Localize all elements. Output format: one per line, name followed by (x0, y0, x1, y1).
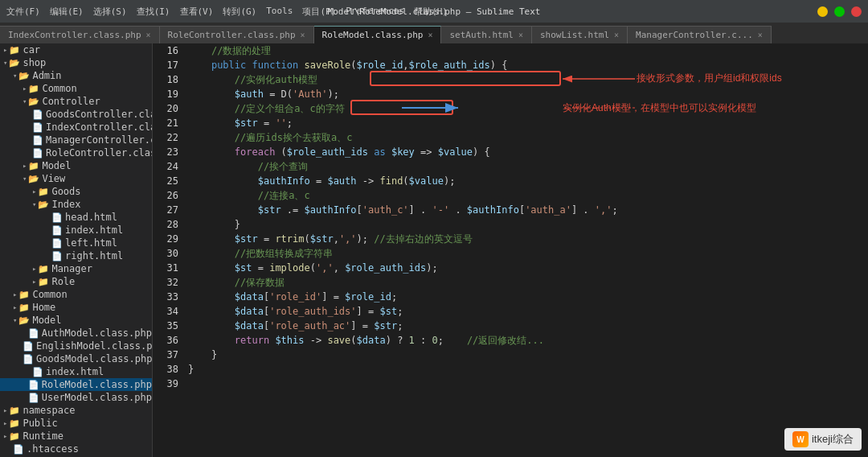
folder-arrow-icon: ▸ (3, 406, 7, 414)
folder-arrow-icon: ▸ (32, 278, 36, 286)
code-line: //定义个组合a、c的字符 (188, 101, 860, 116)
sidebar-item-right.html[interactable]: right.html (0, 249, 152, 262)
code-line: //实例化auth模型 (188, 72, 860, 87)
code-content: 1617181920212223242526272829303132333435… (153, 43, 868, 457)
sidebar-item-shop[interactable]: ▾shop (0, 56, 152, 69)
sidebar-item-englishmodel.class.php[interactable]: EnglishModel.class.php (0, 340, 152, 352)
sidebar-item-rolemodel.class.php[interactable]: RoleModel.class.php (0, 378, 152, 391)
menu-tools[interactable]: Tools (266, 6, 293, 18)
sidebar-item-label: Role (51, 276, 75, 287)
code-line: //保存数据 (188, 275, 860, 290)
maximize-button[interactable] (834, 6, 845, 17)
code-line: //把数组转换成字符串 (188, 246, 860, 261)
tab-close-icon[interactable]: × (518, 31, 523, 39)
line-number: 32 (153, 275, 178, 290)
line-number: 28 (153, 217, 178, 232)
sidebar-item-left.html[interactable]: left.html (0, 237, 152, 249)
line-number: 16 (153, 43, 178, 58)
file-icon (32, 367, 43, 377)
folder-arrow-icon: ▾ (13, 316, 17, 324)
sidebar-item-label: head.html (65, 212, 117, 223)
line-number: 17 (153, 58, 178, 72)
sidebar-item-index.html[interactable]: index.html (0, 224, 152, 237)
sidebar-item-controller[interactable]: ▾Controller (0, 95, 152, 108)
window-controls[interactable] (817, 6, 862, 17)
sidebar-item-label: car (23, 44, 40, 56)
sidebar-item-label: left.html (65, 237, 117, 249)
sidebar-item-role[interactable]: ▸Role (0, 275, 152, 288)
code-line: $str .= $authInfo['auth_c'] . '-' . $aut… (188, 203, 860, 217)
folder-icon (28, 97, 39, 107)
sidebar-item-manager[interactable]: ▸Manager (0, 262, 152, 275)
tab-close-icon[interactable]: × (301, 31, 305, 39)
sidebar-item-view[interactable]: ▾View (0, 172, 152, 185)
code-line: //连接a、c (188, 188, 860, 203)
sidebar-item-head.html[interactable]: head.html (0, 211, 152, 224)
folder-arrow-icon: ▸ (3, 46, 7, 54)
sidebar-item-index[interactable]: ▾Index (0, 198, 152, 211)
line-number: 30 (153, 246, 178, 261)
code-area: 1617181920212223242526272829303132333435… (153, 43, 868, 457)
menu-goto[interactable]: 转到(G) (223, 6, 256, 18)
folder-arrow-icon: ▸ (23, 84, 27, 93)
folder-icon (38, 264, 49, 274)
menu-find[interactable]: 查找(I) (137, 6, 170, 18)
sidebar-item-common[interactable]: ▸Common (0, 288, 152, 301)
folder-arrow-icon: ▸ (13, 290, 17, 298)
sidebar-item-goodsmodel.class.php[interactable]: GoodsModel.class.php (0, 352, 152, 365)
sidebar-item-label: RoleController.class (46, 147, 152, 159)
tab-role-controller[interactable]: RoleController.class.php × (160, 26, 314, 43)
tab-showlist[interactable]: showList.html × (532, 26, 628, 43)
tab-close-icon[interactable]: × (758, 31, 763, 39)
sidebar-item-model[interactable]: ▸Model (0, 159, 152, 172)
sidebar-item-label: Index (51, 199, 80, 210)
tab-index-controller[interactable]: IndexController.class.php × (0, 26, 160, 43)
sidebar-item-public[interactable]: ▸Public (0, 417, 152, 430)
sidebar-item-admin[interactable]: ▾Admin (0, 69, 152, 82)
folder-icon (38, 187, 49, 197)
minimize-button[interactable] (817, 6, 828, 17)
sidebar-item-runtime[interactable]: ▸Runtime (0, 430, 152, 443)
menu-view[interactable]: 查看(V) (180, 6, 214, 18)
tab-setauth[interactable]: setAuth.html × (441, 26, 532, 43)
line-number: 26 (153, 188, 178, 203)
sidebar-item-car[interactable]: ▸car (0, 43, 152, 56)
sidebar-item-namespace[interactable]: ▸namespace (0, 404, 152, 417)
tab-close-icon[interactable]: × (428, 31, 432, 39)
close-button[interactable] (851, 6, 862, 17)
file-icon (23, 354, 34, 364)
sidebar-item-indexcontroller.class.php[interactable]: IndexController.class.php (0, 121, 152, 134)
sidebar-item-common[interactable]: ▸Common (0, 82, 152, 95)
sidebar-item-.htaccess[interactable]: .htaccess (0, 443, 152, 455)
folder-icon (28, 174, 39, 184)
sidebar-item-label: Goods (51, 186, 80, 197)
sidebar[interactable]: ▸car▾shop▾Admin▸Common▾ControllerGoodsCo… (0, 43, 153, 457)
file-icon (28, 380, 39, 390)
sidebar-item-authmodel.class.php[interactable]: AuthModel.class.php (0, 327, 152, 340)
sidebar-item-label: .htaccess (27, 443, 79, 455)
watermark-text: itkeji综合 (812, 432, 854, 447)
tab-close-icon[interactable]: × (146, 31, 151, 39)
sidebar-item-index.html[interactable]: index.html (0, 365, 152, 378)
tab-close-icon[interactable]: × (614, 31, 619, 39)
line-number: 29 (153, 232, 178, 246)
sidebar-item-label: UserModel.class.php (42, 392, 152, 403)
menu-edit[interactable]: 编辑(E) (50, 6, 84, 18)
sidebar-item-usermodel.class.php[interactable]: UserModel.class.php (0, 391, 152, 404)
sidebar-item-managercontroller.class[interactable]: ManagerController.class (0, 134, 152, 146)
code-line: } (188, 362, 860, 377)
tab-manager-controller[interactable]: ManagerController.c... × (628, 26, 772, 43)
folder-icon (9, 418, 20, 429)
menu-file[interactable]: 文件(F) (6, 6, 40, 18)
sidebar-item-label: Home (32, 302, 55, 313)
code-editor[interactable]: //数据的处理 public function saveRole($role_i… (183, 43, 868, 457)
sidebar-item-label: EnglishModel.class.php (36, 340, 152, 352)
sidebar-item-goodscontroller.class.php[interactable]: GoodsController.class.php (0, 108, 152, 121)
line-number: 22 (153, 130, 178, 145)
tab-role-model[interactable]: RoleModel.class.php × (314, 26, 442, 43)
menu-select[interactable]: 选择(S) (93, 6, 127, 18)
sidebar-item-goods[interactable]: ▸Goods (0, 185, 152, 198)
sidebar-item-rolecontroller.class[interactable]: RoleController.class (0, 146, 152, 159)
sidebar-item-home[interactable]: ▸Home (0, 301, 152, 314)
sidebar-item-model[interactable]: ▾Model (0, 314, 152, 327)
